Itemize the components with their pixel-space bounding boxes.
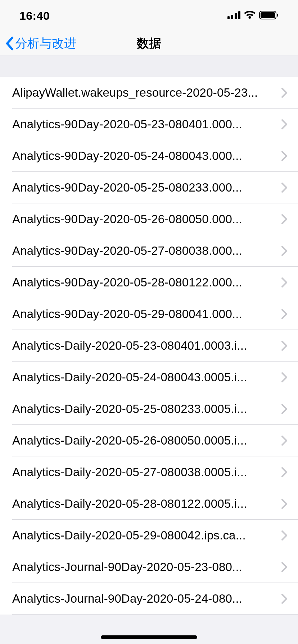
section-gap: [0, 55, 298, 77]
list-item-label: Analytics-Daily-2020-05-25-080233.0005.i…: [12, 402, 281, 416]
wifi-icon: [244, 11, 256, 21]
status-bar: 16:40: [0, 0, 298, 32]
list-item[interactable]: Analytics-90Day-2020-05-25-080233.000...: [0, 172, 298, 203]
chevron-right-icon: [281, 341, 287, 351]
chevron-right-icon: [281, 372, 287, 382]
list-item[interactable]: Analytics-90Day-2020-05-23-080401.000...: [0, 109, 298, 140]
list-item-label: Analytics-Daily-2020-05-24-080043.0005.i…: [12, 371, 281, 384]
list-item[interactable]: Analytics-90Day-2020-05-24-080043.000...: [0, 140, 298, 172]
chevron-right-icon: [281, 436, 287, 446]
svg-rect-0: [227, 16, 230, 19]
chevron-right-icon: [281, 467, 287, 477]
list-item[interactable]: Analytics-Journal-90Day-2020-05-24-080..…: [0, 583, 298, 615]
list-item[interactable]: Analytics-90Day-2020-05-29-080041.000...: [0, 298, 298, 330]
svg-rect-6: [277, 14, 278, 17]
cellular-icon: [227, 11, 240, 20]
list-item-label: Analytics-Daily-2020-05-26-080050.0005.i…: [12, 434, 281, 447]
list-item-label: Analytics-Daily-2020-05-28-080122.0005.i…: [12, 497, 281, 511]
list-item-label: Analytics-Journal-90Day-2020-05-23-080..…: [12, 560, 281, 574]
chevron-right-icon: [281, 151, 287, 161]
chevron-right-icon: [281, 404, 287, 414]
list-item[interactable]: Analytics-90Day-2020-05-27-080038.000...: [0, 235, 298, 267]
list-item[interactable]: Analytics-90Day-2020-05-26-080050.000...: [0, 203, 298, 235]
list-item[interactable]: Analytics-Daily-2020-05-23-080401.0003.i…: [0, 330, 298, 362]
chevron-right-icon: [281, 277, 287, 288]
list-item-label: Analytics-90Day-2020-05-29-080041.000...: [12, 307, 281, 321]
status-indicators: [227, 11, 279, 21]
list-item[interactable]: Analytics-Daily-2020-05-24-080043.0005.i…: [0, 362, 298, 393]
status-time: 16:40: [19, 9, 50, 23]
list-item-label: Analytics-Daily-2020-05-29-080042.ips.ca…: [12, 529, 281, 542]
chevron-right-icon: [281, 309, 287, 319]
chevron-right-icon: [281, 594, 287, 604]
list-item[interactable]: Analytics-Daily-2020-05-29-080042.ips.ca…: [0, 520, 298, 551]
list-item-label: Analytics-90Day-2020-05-25-080233.000...: [12, 181, 281, 194]
chevron-right-icon: [281, 88, 287, 98]
list-item[interactable]: Analytics-Daily-2020-05-28-080122.0005.i…: [0, 488, 298, 520]
battery-icon: [259, 11, 279, 21]
chevron-right-icon: [281, 499, 287, 509]
list-item[interactable]: Analytics-Journal-90Day-2020-05-23-080..…: [0, 551, 298, 583]
chevron-right-icon: [281, 119, 287, 129]
nav-bar: 分析与改进 数据: [0, 32, 298, 55]
list-item[interactable]: Analytics-Daily-2020-05-27-080038.0005.i…: [0, 456, 298, 488]
svg-rect-3: [238, 11, 240, 19]
data-list[interactable]: AlipayWallet.wakeups_resource-2020-05-23…: [0, 77, 298, 615]
svg-rect-2: [235, 13, 237, 19]
chevron-right-icon: [281, 214, 287, 224]
chevron-right-icon: [281, 246, 287, 256]
svg-rect-5: [261, 12, 275, 18]
list-item-label: AlipayWallet.wakeups_resource-2020-05-23…: [12, 86, 281, 100]
list-item-label: Analytics-Daily-2020-05-27-080038.0005.i…: [12, 465, 281, 479]
chevron-right-icon: [281, 530, 287, 540]
list-item-label: Analytics-90Day-2020-05-24-080043.000...: [12, 149, 281, 163]
chevron-left-icon: [5, 36, 14, 51]
back-button[interactable]: 分析与改进: [5, 35, 76, 52]
list-item-label: Analytics-Daily-2020-05-23-080401.0003.i…: [12, 339, 281, 353]
list-item-label: Analytics-90Day-2020-05-26-080050.000...: [12, 212, 281, 226]
list-item-label: Analytics-90Day-2020-05-23-080401.000...: [12, 118, 281, 131]
chevron-right-icon: [281, 562, 287, 572]
list-item[interactable]: AlipayWallet.wakeups_resource-2020-05-23…: [0, 77, 298, 109]
svg-rect-1: [231, 15, 233, 19]
chevron-right-icon: [281, 183, 287, 193]
home-indicator[interactable]: [101, 635, 197, 639]
list-item-label: Analytics-90Day-2020-05-27-080038.000...: [12, 244, 281, 258]
list-item-label: Analytics-Journal-90Day-2020-05-24-080..…: [12, 592, 281, 606]
list-item[interactable]: Analytics-Daily-2020-05-26-080050.0005.i…: [0, 425, 298, 456]
list-item[interactable]: Analytics-Daily-2020-05-25-080233.0005.i…: [0, 393, 298, 425]
list-item[interactable]: Analytics-90Day-2020-05-28-080122.000...: [0, 267, 298, 298]
back-label: 分析与改进: [15, 35, 76, 52]
list-item-label: Analytics-90Day-2020-05-28-080122.000...: [12, 276, 281, 289]
